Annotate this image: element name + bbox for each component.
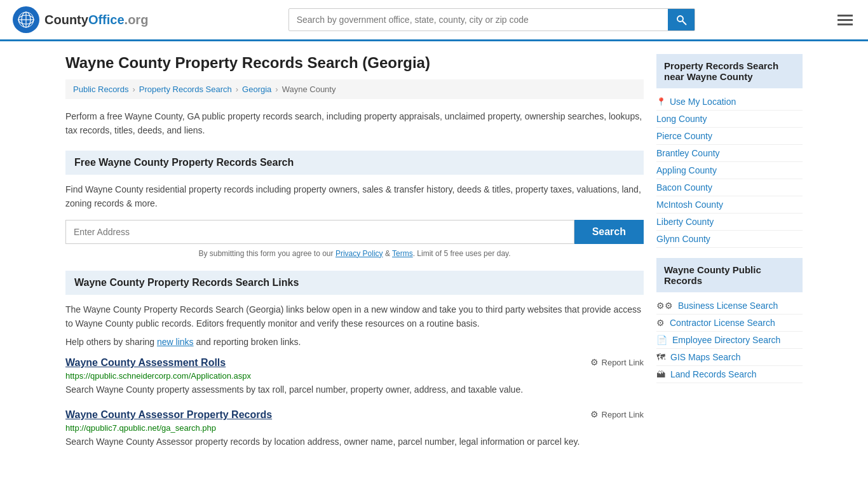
liberty-county-link[interactable]: Liberty County [656, 217, 714, 227]
long-county-link[interactable]: Long County [656, 114, 707, 124]
terms-link[interactable]: Terms [392, 249, 413, 258]
property-search-section: Free Wayne County Property Records Searc… [65, 151, 644, 258]
links-section-heading: Wayne County Property Records Search Lin… [65, 271, 644, 295]
links-section: Wayne County Property Records Search Lin… [65, 271, 644, 449]
gis-maps-link[interactable]: GIS Maps Search [670, 352, 741, 362]
location-pin-icon: 📍 [656, 97, 666, 106]
header-search-bar [288, 8, 695, 31]
breadcrumb-current: Wayne County [282, 85, 336, 94]
nearby-county-1[interactable]: Long County [656, 111, 803, 128]
link-card-1-desc: Search Wayne County property assessments… [65, 383, 644, 396]
header-search-button[interactable] [668, 9, 695, 30]
page-title: Wayne County Property Records Search (Ge… [65, 54, 644, 72]
gis-maps-icon: 🗺 [656, 352, 665, 362]
public-records-section-header: Wayne County Public Records [656, 258, 803, 292]
glynn-county-link[interactable]: Glynn County [656, 234, 710, 244]
new-links-link[interactable]: new links [157, 337, 194, 347]
nearby-county-5[interactable]: Bacon County [656, 179, 803, 196]
land-records-icon: 🏔 [656, 369, 665, 379]
link-card-1-url[interactable]: https://qpublic.schneidercorp.com/Applic… [65, 371, 644, 381]
search-button[interactable]: Search [574, 220, 644, 244]
link-card-2-desc: Search Wayne County Assessor property re… [65, 435, 644, 449]
breadcrumb-sep-2: › [236, 85, 238, 94]
breadcrumb: Public Records › Property Records Search… [65, 79, 644, 99]
employee-directory-link[interactable]: Employee Directory Search [672, 335, 780, 345]
public-record-2[interactable]: ⚙ Contractor License Search [656, 315, 803, 332]
report-link-1-label: Report Link [602, 358, 644, 367]
report-link-2-button[interactable]: ⚙ Report Link [590, 409, 644, 419]
business-license-icon: ⚙⚙ [656, 301, 673, 311]
nearby-county-4[interactable]: Appling County [656, 162, 803, 179]
breadcrumb-property-records[interactable]: Property Records Search [139, 85, 232, 94]
mcintosh-county-link[interactable]: McIntosh County [656, 200, 723, 210]
nearby-county-2[interactable]: Pierce County [656, 128, 803, 145]
use-my-location-link[interactable]: Use My Location [670, 97, 736, 107]
business-license-link[interactable]: Business License Search [678, 301, 778, 311]
wrench-icon-2: ⚙ [590, 409, 599, 419]
sharing-text: Help others by sharing new links and rep… [65, 337, 644, 347]
address-search-form: Search [65, 220, 644, 244]
public-record-4[interactable]: 🗺 GIS Maps Search [656, 349, 803, 366]
page-description: Perform a free Wayne County, GA public p… [65, 109, 644, 138]
public-record-3[interactable]: 📄 Employee Directory Search [656, 332, 803, 349]
nearby-county-6[interactable]: McIntosh County [656, 196, 803, 214]
address-input[interactable] [65, 220, 574, 244]
logo[interactable]: CountyOffice.org [13, 6, 148, 33]
contractor-license-link[interactable]: Contractor License Search [670, 318, 775, 328]
privacy-policy-link[interactable]: Privacy Policy [336, 249, 383, 258]
nearby-county-7[interactable]: Liberty County [656, 214, 803, 231]
nearby-counties-list: 📍 Use My Location Long County Pierce Cou… [656, 93, 803, 248]
sidebar: Property Records Search near Wayne Count… [656, 54, 803, 461]
breadcrumb-sep-1: › [132, 85, 135, 94]
breadcrumb-sep-3: › [275, 85, 278, 94]
link-card-2: Wayne County Assessor Property Records ⚙… [65, 409, 644, 449]
brantley-county-link[interactable]: Brantley County [656, 148, 720, 158]
report-link-1-button[interactable]: ⚙ Report Link [590, 357, 644, 367]
header-search-input[interactable] [289, 10, 668, 30]
hamburger-menu-button[interactable] [835, 12, 855, 28]
link-card-1-title[interactable]: Wayne County Assessment Rolls [65, 357, 226, 369]
employee-directory-icon: 📄 [656, 335, 667, 345]
public-records-list: ⚙⚙ Business License Search ⚙ Contractor … [656, 297, 803, 383]
search-description: Find Wayne County residential property r… [65, 182, 644, 211]
report-link-2-label: Report Link [602, 410, 644, 419]
nearby-county-8[interactable]: Glynn County [656, 231, 803, 248]
public-record-5[interactable]: 🏔 Land Records Search [656, 366, 803, 383]
nearby-section-header: Property Records Search near Wayne Count… [656, 54, 803, 88]
appling-county-link[interactable]: Appling County [656, 165, 717, 175]
breadcrumb-public-records[interactable]: Public Records [73, 85, 128, 94]
svg-line-6 [682, 21, 686, 24]
link-card-2-url[interactable]: http://qpublic7.qpublic.net/ga_search.ph… [65, 423, 644, 433]
breadcrumb-georgia[interactable]: Georgia [242, 85, 271, 94]
contractor-license-icon: ⚙ [656, 318, 665, 328]
pierce-county-link[interactable]: Pierce County [656, 131, 712, 141]
wrench-icon-1: ⚙ [590, 357, 599, 367]
nearby-county-3[interactable]: Brantley County [656, 145, 803, 162]
link-card-2-title[interactable]: Wayne County Assessor Property Records [65, 409, 272, 421]
link-card-1: Wayne County Assessment Rolls ⚙ Report L… [65, 357, 644, 396]
land-records-link[interactable]: Land Records Search [670, 369, 756, 379]
links-description: The Wayne County Property Records Search… [65, 302, 644, 331]
form-disclaimer: By submitting this form you agree to our… [65, 249, 644, 258]
bacon-county-link[interactable]: Bacon County [656, 182, 712, 193]
public-record-1[interactable]: ⚙⚙ Business License Search [656, 297, 803, 315]
use-my-location-item[interactable]: 📍 Use My Location [656, 93, 803, 111]
free-search-heading: Free Wayne County Property Records Searc… [65, 151, 644, 175]
